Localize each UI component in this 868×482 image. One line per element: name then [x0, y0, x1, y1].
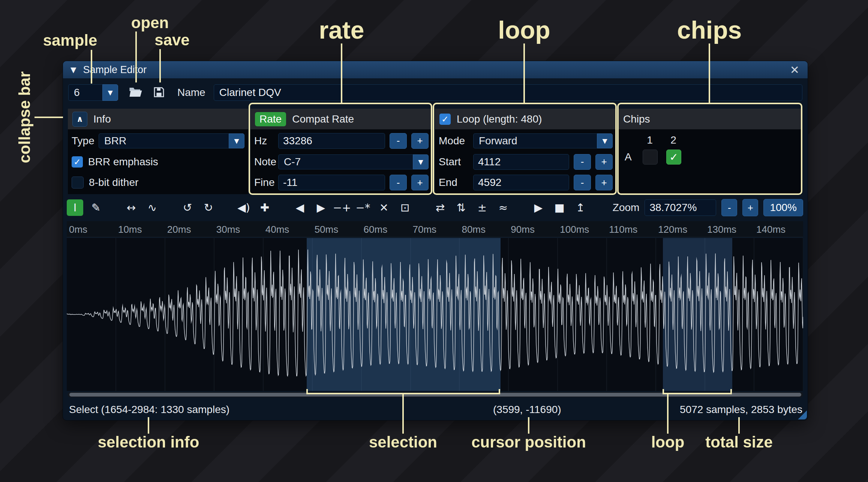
- chevron-down-icon[interactable]: ▼: [102, 84, 118, 101]
- amplify-button[interactable]: ◀): [235, 199, 252, 216]
- type-row: Type BRR ▼: [72, 132, 244, 150]
- note-value: C-7: [278, 154, 413, 169]
- select-mode-button[interactable]: I: [67, 199, 83, 216]
- brr-emphasis-label: BRR emphasis: [88, 156, 158, 168]
- info-panel-header: ∧ Info: [68, 109, 248, 129]
- redo-button[interactable]: ↻: [200, 199, 217, 216]
- ruler-tick: 10ms: [118, 224, 142, 235]
- fine-plus-button[interactable]: +: [411, 175, 429, 190]
- upload-button[interactable]: ↥: [572, 199, 589, 216]
- titlebar[interactable]: ▼ Sample Editor ✕: [63, 61, 808, 78]
- mode-select[interactable]: Forward ▼: [473, 133, 613, 148]
- zoom-input[interactable]: [645, 199, 716, 216]
- resize-grip[interactable]: [798, 410, 807, 419]
- reverse-button[interactable]: ⇄: [432, 199, 448, 216]
- draw-mode-button[interactable]: ✎: [88, 199, 104, 216]
- loop-enable-checkbox[interactable]: ✓: [439, 114, 451, 125]
- normalize-button[interactable]: ✚: [256, 199, 273, 216]
- total-size-text: 5072 samples, 2853 bytes: [680, 404, 802, 416]
- type-select[interactable]: BRR ▼: [99, 133, 244, 148]
- normalize-icon: ✚: [260, 202, 269, 213]
- ruler-tick: 40ms: [265, 224, 289, 235]
- filter-icon: ≈: [499, 202, 508, 213]
- zoom-reset-button[interactable]: 100%: [763, 199, 803, 216]
- stop-button[interactable]: ■: [551, 199, 568, 216]
- start-minus-button[interactable]: -: [574, 154, 591, 170]
- name-input[interactable]: [214, 84, 802, 101]
- fade-in-button[interactable]: ◀: [292, 199, 308, 216]
- collapse-window-icon[interactable]: ▼: [70, 65, 76, 74]
- signed-unsigned-button[interactable]: ±: [474, 199, 490, 216]
- sample-index-select[interactable]: 6 ▼: [68, 84, 118, 101]
- close-icon[interactable]: ✕: [790, 63, 799, 76]
- end-plus-button[interactable]: +: [595, 175, 613, 190]
- scrollbar-thumb[interactable]: [69, 393, 801, 397]
- annotation-rate-label: rate: [319, 16, 364, 44]
- annotation-loop-label: loop: [498, 16, 550, 44]
- collapse-section-button[interactable]: ∧: [72, 112, 87, 127]
- resample-button[interactable]: ∿: [144, 199, 160, 216]
- chips-panel: Chips 1 2 A ✓: [619, 109, 802, 194]
- loop-panel-header: ✓ Loop (length: 480): [435, 109, 616, 129]
- top-toolbar: 6 ▼ Na: [68, 83, 802, 102]
- type-label: Type: [72, 135, 99, 147]
- ruler-tick: 30ms: [216, 224, 240, 235]
- end-minus-button[interactable]: -: [574, 175, 591, 190]
- window-title: Sample Editor: [83, 64, 147, 76]
- dither-row: 8-bit dither: [72, 173, 244, 192]
- waveform-view[interactable]: [67, 238, 803, 391]
- stop-icon: ■: [554, 202, 564, 213]
- check-icon: ✓: [441, 114, 448, 124]
- filter-button[interactable]: ≈: [495, 199, 511, 216]
- hz-row: Hz - +: [254, 132, 429, 150]
- chevron-down-icon[interactable]: ▼: [229, 133, 244, 148]
- fine-input[interactable]: [278, 175, 385, 190]
- save-button[interactable]: [150, 84, 168, 101]
- annotation-selection-info-label: selection info: [98, 433, 199, 451]
- check-icon: ✓: [669, 151, 678, 163]
- chip-1-checkbox[interactable]: [643, 150, 658, 165]
- brr-emphasis-checkbox[interactable]: ✓: [72, 156, 83, 168]
- hz-label: Hz: [254, 135, 278, 147]
- sample-editor-window: ▼ Sample Editor ✕ 6 ▼: [63, 61, 808, 421]
- trim-button[interactable]: ⊡: [397, 199, 413, 216]
- mode-label: Mode: [439, 135, 473, 147]
- ruler-tick: 50ms: [315, 224, 339, 235]
- delete-button[interactable]: ✕: [376, 199, 392, 216]
- chip-col-2-label: 2: [666, 134, 681, 146]
- fade-out-button[interactable]: ▶: [313, 199, 329, 216]
- start-plus-button[interactable]: +: [595, 154, 613, 170]
- chip-2-checkbox[interactable]: ✓: [666, 150, 681, 165]
- apply-silence-button[interactable]: −*: [355, 199, 371, 216]
- zoom-plus-button[interactable]: +: [742, 199, 758, 216]
- hz-plus-button[interactable]: +: [411, 133, 429, 149]
- annotation-open-label: open: [131, 14, 169, 32]
- name-label: Name: [177, 87, 205, 99]
- invert-button[interactable]: ⇅: [453, 199, 469, 216]
- apply-silence-icon: −*: [356, 202, 370, 213]
- undo-button[interactable]: ↺: [179, 199, 196, 216]
- chevron-down-icon[interactable]: ▼: [597, 133, 613, 148]
- note-label: Note: [254, 156, 278, 168]
- loop-end-input[interactable]: [473, 175, 569, 190]
- note-select[interactable]: C-7 ▼: [278, 154, 429, 169]
- chips-header-label: Chips: [623, 113, 650, 125]
- open-button[interactable]: [127, 84, 144, 101]
- hz-minus-button[interactable]: -: [390, 133, 407, 149]
- zoom-label: Zoom: [613, 202, 640, 214]
- loop-start-row: Start - +: [439, 153, 613, 171]
- loop-start-input[interactable]: [473, 154, 569, 170]
- fine-minus-button[interactable]: -: [390, 175, 407, 190]
- resize-button[interactable]: ↔: [123, 199, 139, 216]
- ruler-tick: 110ms: [609, 224, 637, 235]
- loop-start-label: Start: [439, 156, 473, 168]
- zoom-minus-button[interactable]: -: [721, 199, 737, 216]
- dither-checkbox[interactable]: [72, 177, 84, 189]
- insert-silence-button[interactable]: −+: [334, 199, 350, 216]
- play-button[interactable]: ▶: [530, 199, 547, 216]
- rate-mode-button[interactable]: Rate: [255, 112, 286, 126]
- hz-input[interactable]: [278, 133, 385, 149]
- annotation-chips-label: chips: [677, 16, 742, 44]
- annotation-loop-bottom-label: loop: [651, 433, 685, 451]
- chevron-down-icon[interactable]: ▼: [413, 154, 429, 169]
